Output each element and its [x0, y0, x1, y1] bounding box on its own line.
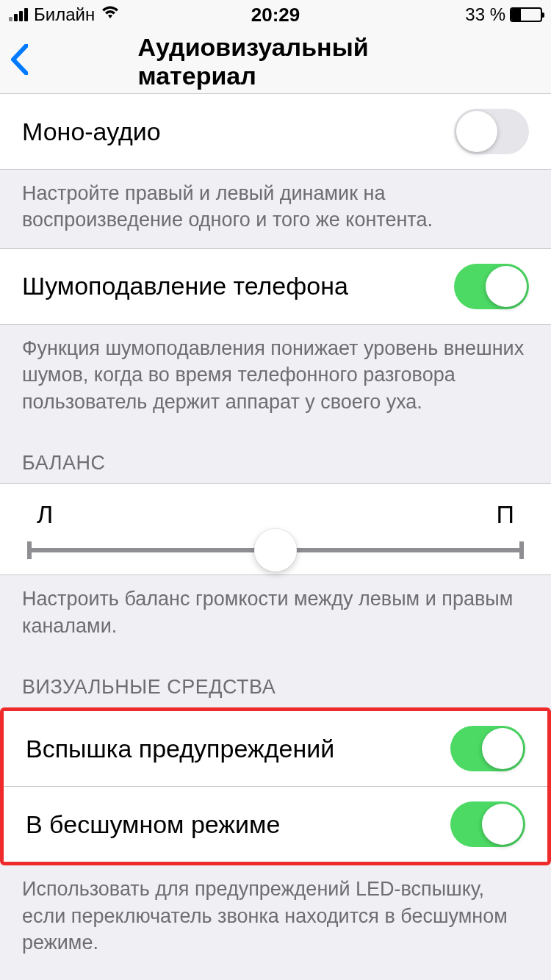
battery-percent: 33 % — [465, 4, 505, 25]
balance-footer: Настроить баланс громкости между левым и… — [0, 575, 551, 654]
carrier-label: Билайн — [34, 4, 95, 25]
mono-audio-row[interactable]: Моно-аудио — [0, 94, 551, 170]
noise-cancel-footer: Функция шумоподавления понижает уровень … — [0, 325, 551, 430]
balance-row: Л П — [0, 483, 551, 575]
battery-icon — [510, 7, 542, 22]
noise-cancel-toggle[interactable] — [454, 264, 529, 309]
status-right: 33 % — [465, 4, 542, 25]
flash-silent-toggle[interactable] — [450, 801, 525, 847]
nav-header: Аудиовизуальный материал — [0, 29, 551, 94]
mono-audio-toggle[interactable] — [454, 109, 529, 154]
page-title: Аудиовизуальный материал — [138, 33, 414, 90]
highlight-annotation: Вспышка предупреждений В бесшумном режим… — [0, 707, 551, 865]
balance-slider-thumb[interactable] — [254, 529, 297, 572]
flash-alerts-row[interactable]: Вспышка предупреждений — [4, 711, 547, 787]
status-left: Билайн — [9, 4, 120, 25]
visual-footer: Использовать для предупреждений LED-вспы… — [0, 865, 551, 970]
mono-audio-label: Моно-аудио — [22, 118, 161, 146]
wifi-icon — [101, 5, 120, 24]
visual-section-header: ВИЗУАЛЬНЫЕ СРЕДСТВА — [0, 654, 551, 707]
flash-alerts-toggle[interactable] — [450, 726, 525, 771]
back-button[interactable] — [0, 40, 28, 84]
balance-right-label: П — [497, 500, 514, 529]
flash-silent-row[interactable]: В бесшумном режиме — [4, 787, 547, 862]
balance-slider[interactable] — [29, 548, 522, 552]
noise-cancel-row[interactable]: Шумоподавление телефона — [0, 248, 551, 325]
mono-audio-footer: Настройте правый и левый динамик на восп… — [0, 170, 551, 248]
balance-section-header: БАЛАНС — [0, 430, 551, 483]
clock: 20:29 — [251, 4, 300, 26]
signal-icon — [9, 8, 28, 21]
flash-silent-label: В бесшумном режиме — [26, 810, 280, 839]
noise-cancel-label: Шумоподавление телефона — [22, 272, 348, 300]
balance-left-label: Л — [37, 500, 53, 529]
status-bar: Билайн 20:29 33 % — [0, 0, 551, 29]
flash-alerts-label: Вспышка предупреждений — [26, 735, 334, 763]
